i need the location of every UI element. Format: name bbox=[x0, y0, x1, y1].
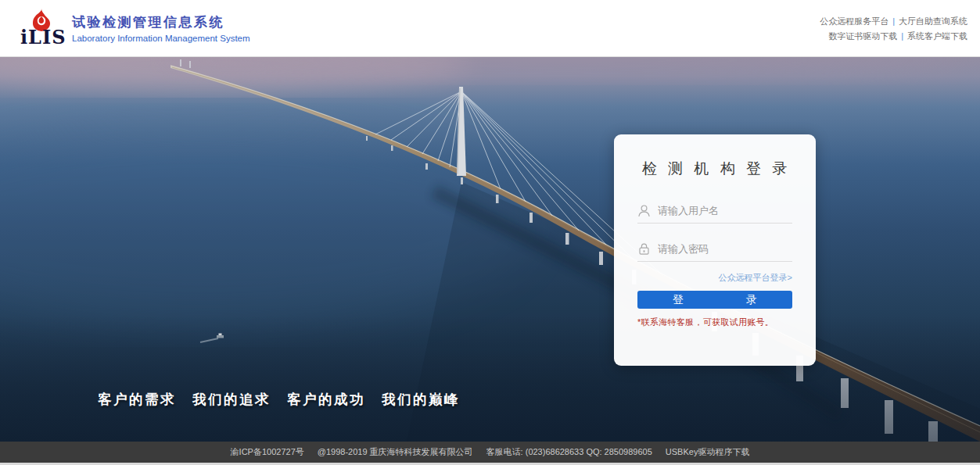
brand-text: iLIS bbox=[20, 26, 66, 48]
bridge-photo-background bbox=[0, 57, 980, 442]
link-separator: | bbox=[892, 16, 895, 26]
link-public-remote-platform[interactable]: 公众远程服务平台 bbox=[820, 16, 888, 26]
page: iLIS 试验检测管理信息系统 Laboratory Information M… bbox=[0, 0, 980, 465]
contact-info: 客服电话: (023)68628633 QQ: 2850989605 bbox=[486, 446, 652, 458]
link-hall-self-query[interactable]: 大厅自助查询系统 bbox=[899, 16, 967, 26]
user-icon bbox=[637, 204, 651, 217]
header: iLIS 试验检测管理信息系统 Laboratory Information M… bbox=[0, 0, 980, 57]
footer: 渝ICP备1002727号 @1998-2019 重庆海特科技发展有限公司 客服… bbox=[0, 442, 980, 463]
link-separator: | bbox=[901, 31, 903, 41]
hero: 客户的需求 我们的追求 客户的成功 我们的巅峰 检 测 机 构 登 录 bbox=[0, 57, 980, 442]
header-links-row-1: 公众远程服务平台|大厅自助查询系统 bbox=[820, 14, 967, 29]
copyright-text: @1998-2019 重庆海特科技发展有限公司 bbox=[318, 446, 473, 458]
login-button[interactable]: 登 录 bbox=[637, 291, 792, 309]
login-panel: 检 测 机 构 登 录 公众远程平台登录> 登 录 *联系海特客服，可获取试用账 bbox=[614, 134, 816, 366]
link-cert-driver-download[interactable]: 数字证书驱动下载 bbox=[828, 31, 897, 41]
link-client-download[interactable]: 系统客户端下载 bbox=[907, 31, 967, 41]
usbkey-driver-download-link[interactable]: USBKey驱动程序下载 bbox=[666, 446, 750, 458]
username-field-row bbox=[637, 200, 792, 224]
slogan-our-pursuit: 我们的追求 bbox=[192, 390, 271, 409]
slogan-customer-success: 客户的成功 bbox=[287, 390, 365, 409]
password-field-row bbox=[637, 238, 792, 262]
lock-icon bbox=[637, 242, 651, 256]
icp-number[interactable]: 渝ICP备1002727号 bbox=[231, 446, 304, 458]
login-title: 检 测 机 构 登 录 bbox=[614, 159, 816, 179]
password-input[interactable] bbox=[658, 243, 792, 255]
logo-block: iLIS 试验检测管理信息系统 Laboratory Information M… bbox=[20, 8, 250, 48]
username-input[interactable] bbox=[658, 205, 792, 216]
slogan-row: 客户的需求 我们的追求 客户的成功 我们的巅峰 bbox=[98, 390, 460, 409]
slogan-our-peak: 我们的巅峰 bbox=[382, 390, 460, 409]
site-title-cn: 试验检测管理信息系统 bbox=[72, 13, 250, 31]
ilis-logo: iLIS bbox=[20, 8, 61, 48]
trial-account-note: *联系海特客服，可获取试用账号。 bbox=[637, 317, 792, 328]
header-links: 公众远程服务平台|大厅自助查询系统 数字证书驱动下载|系统客户端下载 bbox=[820, 13, 967, 43]
site-title-en: Laboratory Information Management System bbox=[72, 34, 250, 43]
public-platform-login-link[interactable]: 公众远程平台登录> bbox=[614, 272, 792, 284]
slogan-customer-needs: 客户的需求 bbox=[98, 390, 176, 409]
site-titles: 试验检测管理信息系统 Laboratory Information Manage… bbox=[72, 13, 250, 43]
header-links-row-2: 数字证书驱动下载|系统客户端下载 bbox=[820, 29, 967, 44]
